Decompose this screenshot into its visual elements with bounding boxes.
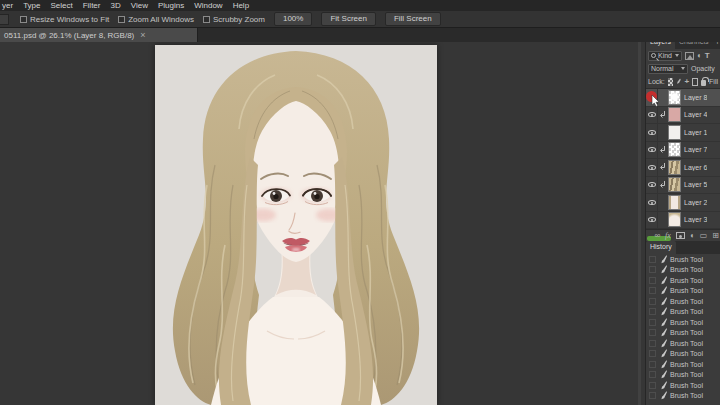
- history-step[interactable]: Brush Tool: [646, 317, 720, 328]
- adjustment-layer-icon[interactable]: ◐: [690, 232, 695, 240]
- tab-history[interactable]: History: [646, 241, 676, 254]
- history-step[interactable]: Brush Tool: [646, 349, 720, 360]
- menu-item-view[interactable]: View: [131, 1, 148, 10]
- fill-screen-button[interactable]: Fill Screen: [385, 12, 441, 26]
- visibility-toggle[interactable]: [646, 142, 658, 159]
- document-scrollbar[interactable]: [638, 42, 641, 405]
- layer-mask-icon[interactable]: [676, 232, 685, 239]
- layer-name[interactable]: Layer 3: [684, 216, 707, 223]
- history-source-checkbox[interactable]: [649, 382, 656, 389]
- document-tab[interactable]: 0511.psd @ 26.1% (Layer 8, RGB/8) ×: [0, 28, 198, 42]
- new-layer-icon[interactable]: ⊞: [712, 232, 719, 240]
- history-step[interactable]: Brush Tool: [646, 254, 720, 265]
- menu-item-help[interactable]: Help: [233, 1, 249, 10]
- layer-thumbnail[interactable]: [668, 212, 681, 227]
- history-step[interactable]: Brush Tool: [646, 307, 720, 318]
- history-source-checkbox[interactable]: [649, 287, 656, 294]
- adjustment-filter-icon[interactable]: ◐: [697, 52, 702, 60]
- history-step[interactable]: Brush Tool: [646, 391, 720, 402]
- lock-label: Lock:: [648, 78, 665, 85]
- layer-thumbnail[interactable]: [668, 177, 681, 192]
- fit-screen-button[interactable]: Fit Screen: [321, 12, 375, 26]
- layer-thumbnail[interactable]: [668, 107, 681, 122]
- history-source-checkbox[interactable]: [649, 371, 656, 378]
- history-step[interactable]: Brush Tool: [646, 265, 720, 276]
- zoom-100-button[interactable]: 100%: [274, 12, 312, 26]
- checkbox-icon[interactable]: [203, 16, 210, 23]
- layer-thumbnail[interactable]: [668, 160, 681, 175]
- lock-image-pixels-icon[interactable]: [676, 77, 681, 86]
- lock-transparent-pixels-icon[interactable]: [668, 78, 673, 86]
- history-step[interactable]: Brush Tool: [646, 286, 720, 297]
- layer-thumbnail[interactable]: [668, 142, 681, 157]
- lock-position-icon[interactable]: +: [685, 78, 690, 86]
- layer-name[interactable]: Layer 1: [684, 129, 707, 136]
- zoom-all-windows-checkbox[interactable]: Zoom All Windows: [118, 15, 194, 24]
- history-source-checkbox[interactable]: [649, 340, 656, 347]
- type-filter-icon[interactable]: T: [705, 52, 710, 60]
- link-layers-icon[interactable]: ∞: [654, 232, 660, 240]
- layer-row[interactable]: Layer 2: [646, 194, 720, 212]
- layer-name[interactable]: Layer 6: [684, 164, 707, 171]
- layer-row[interactable]: Layer 1: [646, 124, 720, 142]
- history-source-checkbox[interactable]: [649, 350, 656, 357]
- history-source-checkbox[interactable]: [649, 329, 656, 336]
- visibility-toggle[interactable]: [646, 159, 658, 176]
- brush-tool-icon: [660, 276, 667, 285]
- group-layers-icon[interactable]: ▭: [700, 232, 708, 240]
- visibility-toggle[interactable]: [646, 212, 658, 229]
- zoom-tool-preset-icon[interactable]: [0, 14, 9, 25]
- menu-item-select[interactable]: Select: [50, 1, 72, 10]
- layer-row[interactable]: Layer 5: [646, 177, 720, 195]
- layer-row[interactable]: Layer 7: [646, 142, 720, 160]
- resize-windows-to-fit-checkbox[interactable]: Resize Windows to Fit: [20, 15, 109, 24]
- layer-row[interactable]: Layer 6: [646, 159, 720, 177]
- checkbox-icon[interactable]: [20, 16, 27, 23]
- blend-mode-select[interactable]: Normal: [648, 64, 688, 74]
- visibility-toggle[interactable]: [646, 194, 658, 211]
- history-source-checkbox[interactable]: [649, 392, 656, 399]
- visibility-toggle[interactable]: [646, 177, 658, 194]
- history-step[interactable]: Brush Tool: [646, 296, 720, 307]
- menu-item-type[interactable]: Type: [23, 1, 40, 10]
- history-step[interactable]: Brush Tool: [646, 359, 720, 370]
- layer-name[interactable]: Layer 2: [684, 199, 707, 206]
- history-source-checkbox[interactable]: [649, 266, 656, 273]
- history-step[interactable]: Brush Tool: [646, 328, 720, 339]
- layer-thumbnail[interactable]: [668, 90, 681, 105]
- kind-filter-select[interactable]: Kind: [648, 51, 682, 61]
- history-source-checkbox[interactable]: [649, 256, 656, 263]
- close-tab-icon[interactable]: ×: [140, 31, 145, 40]
- document-canvas[interactable]: [155, 45, 437, 405]
- visibility-toggle[interactable]: [646, 107, 658, 124]
- layer-name[interactable]: Layer 8: [684, 94, 707, 101]
- menu-item-window[interactable]: Window: [194, 1, 222, 10]
- history-source-checkbox[interactable]: [649, 308, 656, 315]
- pixel-filter-icon[interactable]: [685, 52, 694, 60]
- layer-row[interactable]: Layer 3: [646, 212, 720, 230]
- history-step[interactable]: Brush Tool: [646, 275, 720, 286]
- layer-name[interactable]: Layer 7: [684, 146, 707, 153]
- history-step[interactable]: Brush Tool: [646, 338, 720, 349]
- history-source-checkbox[interactable]: [649, 298, 656, 305]
- checkbox-icon[interactable]: [118, 16, 125, 23]
- layer-style-icon[interactable]: fx: [665, 231, 671, 240]
- history-source-checkbox[interactable]: [649, 319, 656, 326]
- layer-name[interactable]: Layer 4: [684, 111, 707, 118]
- layer-thumbnail[interactable]: [668, 125, 681, 140]
- menu-item-plugins[interactable]: Plugins: [158, 1, 184, 10]
- layer-name[interactable]: Layer 5: [684, 181, 707, 188]
- menu-item-3d[interactable]: 3D: [110, 1, 120, 10]
- menu-item-filter[interactable]: Filter: [83, 1, 101, 10]
- lock-artboard-icon[interactable]: [692, 78, 698, 86]
- history-source-checkbox[interactable]: [649, 361, 656, 368]
- history-step[interactable]: Brush Tool: [646, 370, 720, 381]
- history-source-checkbox[interactable]: [649, 277, 656, 284]
- menu-item-layer[interactable]: yer: [2, 1, 13, 10]
- lock-all-icon[interactable]: [701, 80, 706, 86]
- history-step[interactable]: Brush Tool: [646, 380, 720, 391]
- layer-row[interactable]: Layer 4: [646, 107, 720, 125]
- visibility-toggle[interactable]: [646, 124, 658, 141]
- layer-thumbnail[interactable]: [668, 195, 681, 210]
- scrubby-zoom-checkbox[interactable]: Scrubby Zoom: [203, 15, 265, 24]
